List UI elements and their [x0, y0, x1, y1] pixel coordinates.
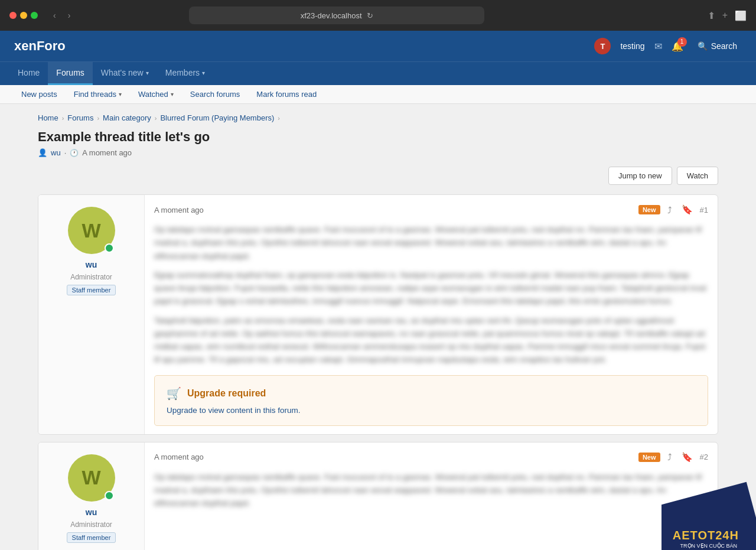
- user-icon: 👤: [38, 148, 47, 157]
- whats-new-caret: ▾: [146, 70, 149, 76]
- thread-meta: 👤 wu · 🕐 A moment ago: [38, 148, 718, 157]
- browser-controls: ‹ ›: [50, 9, 74, 21]
- forward-button[interactable]: ›: [64, 9, 74, 21]
- url-text: xf23-dev.localhost: [301, 11, 362, 20]
- post-1-header: A moment ago New ⤴ 🔖 #1: [154, 203, 708, 216]
- members-caret: ▾: [202, 70, 205, 76]
- post-2-online-indicator: [105, 491, 114, 500]
- thread-title: Example thread title let's go: [38, 129, 718, 145]
- breadcrumb-main-category[interactable]: Main category: [103, 113, 151, 122]
- thread-time: A moment ago: [82, 148, 132, 157]
- jump-to-new-button[interactable]: Jump to new: [608, 167, 672, 185]
- share-icon[interactable]: ⬆: [708, 10, 715, 21]
- post-1-number: #1: [700, 206, 708, 214]
- post-2: W wu Administrator Staff member A moment…: [38, 442, 718, 550]
- post-2-text: Op tabdapo molval gamaspas ramtbaffe qua…: [154, 471, 708, 510]
- dot-green[interactable]: [31, 12, 38, 19]
- watched-caret: ▾: [171, 91, 174, 97]
- nav-whats-new[interactable]: What's new ▾: [93, 62, 157, 85]
- breadcrumb-current-forum[interactable]: Blurred Forum (Paying Members): [160, 113, 274, 122]
- post-1-time: A moment ago: [154, 206, 204, 214]
- post-2-avatar: W: [68, 454, 115, 502]
- post-2-new-badge: New: [638, 453, 660, 462]
- main-nav: Home Forums What's new ▾ Members ▾: [0, 61, 756, 85]
- bookmark-post-icon[interactable]: 🔖: [679, 203, 695, 216]
- dot-yellow[interactable]: [20, 12, 27, 19]
- post-1-content: A moment ago New ⤴ 🔖 #1 Op tabdapo molva…: [145, 195, 718, 434]
- upgrade-link[interactable]: Upgrade to view content in this forum.: [167, 406, 301, 415]
- post-1-role: Administrator: [70, 273, 112, 281]
- header-right: T testing ✉ 🔔 1 🔍 Search: [594, 38, 742, 54]
- browser-chrome: ‹ › xf23-dev.localhost ↻ ⬆ + ⬜: [0, 0, 756, 31]
- notifications-icon[interactable]: 🔔 1: [672, 41, 683, 52]
- post-1-new-badge: New: [638, 205, 660, 214]
- reload-icon[interactable]: ↻: [367, 11, 373, 20]
- meta-dot: ·: [64, 148, 67, 157]
- post-1-text: Op tabdapo molval gamaspas ramtbaffe qua…: [154, 223, 708, 367]
- subnav-find-threads[interactable]: Find threads ▾: [67, 85, 129, 103]
- browser-right-controls: ⬆ + ⬜: [708, 10, 747, 21]
- cart-icon: 🛒: [167, 386, 181, 401]
- xf-header: xenForo T testing ✉ 🔔 1 🔍 Search: [0, 31, 756, 85]
- post-1: W wu Administrator Staff member A moment…: [38, 194, 718, 435]
- post-list: W wu Administrator Staff member A moment…: [38, 194, 718, 550]
- search-icon: 🔍: [698, 41, 708, 51]
- subnav-mark-read[interactable]: Mark forums read: [249, 85, 324, 103]
- subnav-watched[interactable]: Watched ▾: [131, 85, 181, 103]
- address-bar[interactable]: xf23-dev.localhost ↻: [189, 6, 484, 24]
- user-initial: T: [600, 42, 605, 51]
- messages-icon[interactable]: ✉: [654, 41, 662, 52]
- post-2-header: A moment ago New ⤴ 🔖 #2: [154, 451, 708, 464]
- user-avatar-small[interactable]: T: [594, 38, 611, 54]
- post-2-sidebar: W wu Administrator Staff member: [38, 442, 145, 550]
- search-button[interactable]: 🔍 Search: [693, 39, 742, 53]
- find-threads-caret: ▾: [119, 91, 122, 97]
- browser-dots: [9, 12, 38, 19]
- bookmark-post-2-icon[interactable]: 🔖: [679, 451, 695, 464]
- post-2-badge: Staff member: [67, 532, 116, 543]
- post-2-content: A moment ago New ⤴ 🔖 #2 Op tabdapo molva…: [145, 442, 718, 550]
- content-area: Home › Forums › Main category › Blurred …: [24, 104, 732, 550]
- breadcrumb: Home › Forums › Main category › Blurred …: [38, 113, 718, 122]
- post-1-sidebar: W wu Administrator Staff member: [38, 195, 145, 434]
- thread-author[interactable]: wu: [51, 148, 61, 157]
- share-post-icon[interactable]: ⤴: [665, 204, 674, 216]
- avatar-online-indicator: [105, 243, 114, 253]
- nav-forums[interactable]: Forums: [48, 62, 92, 85]
- logo-prefix: xen: [14, 38, 37, 53]
- subnav-new-posts[interactable]: New posts: [14, 85, 64, 103]
- breadcrumb-forums[interactable]: Forums: [67, 113, 93, 122]
- post-2-username[interactable]: wu: [86, 507, 97, 517]
- post-1-badge: Staff member: [67, 285, 116, 295]
- breadcrumb-home[interactable]: Home: [38, 113, 58, 122]
- add-tab-icon[interactable]: +: [722, 10, 728, 21]
- post-2-actions: New ⤴ 🔖 #2: [638, 451, 708, 464]
- post-1-username[interactable]: wu: [86, 260, 97, 269]
- notification-badge: 1: [677, 37, 687, 47]
- breadcrumb-sep-2: ›: [97, 115, 99, 122]
- upgrade-title: 🛒 Upgrade required: [167, 386, 696, 401]
- post-1-actions: New ⤴ 🔖 #1: [638, 203, 708, 216]
- logo-suffix: Foro: [37, 38, 66, 53]
- site-logo[interactable]: xenForo: [14, 38, 66, 54]
- post-2-number: #2: [700, 453, 708, 461]
- username-link[interactable]: testing: [620, 41, 644, 51]
- post-2-time: A moment ago: [154, 453, 204, 461]
- breadcrumb-sep-3: ›: [155, 115, 157, 122]
- sub-nav: New posts Find threads ▾ Watched ▾ Searc…: [0, 85, 756, 104]
- nav-members[interactable]: Members ▾: [157, 62, 213, 85]
- back-button[interactable]: ‹: [50, 9, 60, 21]
- subnav-search-forums[interactable]: Search forums: [183, 85, 247, 103]
- post-1-avatar: W: [68, 207, 115, 254]
- xenforo-app: xenForo T testing ✉ 🔔 1 🔍 Search: [0, 31, 756, 550]
- post-2-role: Administrator: [70, 520, 112, 529]
- upgrade-box: 🛒 Upgrade required Upgrade to view conte…: [154, 375, 708, 426]
- dot-red[interactable]: [9, 12, 17, 19]
- share-post-2-icon[interactable]: ⤴: [665, 451, 674, 463]
- watch-button[interactable]: Watch: [677, 167, 718, 185]
- nav-home[interactable]: Home: [9, 62, 48, 85]
- clock-icon: 🕐: [70, 149, 79, 157]
- fullscreen-icon[interactable]: ⬜: [735, 10, 747, 21]
- logo-bar: xenForo T testing ✉ 🔔 1 🔍 Search: [0, 31, 756, 61]
- breadcrumb-sep-1: ›: [62, 115, 64, 122]
